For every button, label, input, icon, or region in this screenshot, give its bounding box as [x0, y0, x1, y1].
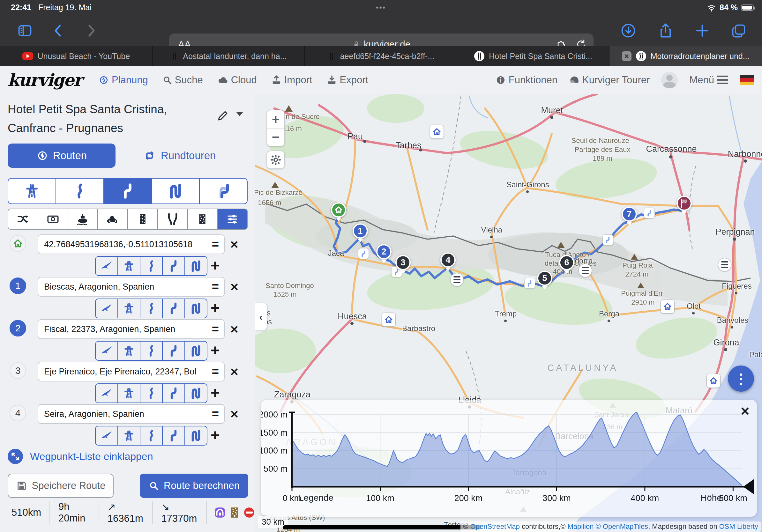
map-canvas[interactable]: Muretain de Sucre116 mPauTarbesSeuil de … — [255, 94, 762, 532]
lodging-marker[interactable] — [707, 374, 721, 388]
car-option[interactable] — [98, 209, 128, 229]
elevation-chart[interactable]: 500 m1000 m1500 m2000 m0 km100 km200 km3… — [261, 400, 757, 517]
nav-menu[interactable]: Menü — [689, 74, 728, 86]
save-route-button[interactable]: Speichere Route — [8, 474, 114, 498]
new-tab-icon[interactable] — [694, 23, 710, 38]
edit-title-icon[interactable] — [216, 109, 230, 123]
roundtrips-tab[interactable]: Rundtouren — [143, 144, 216, 168]
close-tab-icon[interactable]: ✕ — [622, 51, 632, 61]
map-settings-button[interactable] — [267, 151, 285, 169]
waypoint-map-marker-4[interactable]: 4 — [440, 252, 456, 268]
map-actions-fab[interactable]: ⋮ — [728, 366, 754, 392]
browser-tab[interactable]: Hotel Petit Spa Santa Cristi... — [457, 46, 610, 66]
motorway-mode[interactable] — [118, 299, 140, 318]
list-marker[interactable] — [450, 273, 464, 287]
curve-medium-option[interactable] — [104, 179, 152, 204]
curve-medium-mode[interactable] — [163, 427, 185, 445]
waypoint-map-marker-6[interactable]: 6 — [559, 255, 574, 270]
nav-kurviger-tourer[interactable]: Kurviger Tourer — [569, 74, 650, 86]
curve-medium-mode[interactable] — [163, 342, 185, 360]
waypoint-map-marker-7[interactable]: 7 — [622, 206, 637, 222]
curve-medium-mode[interactable] — [163, 299, 185, 318]
drag-handle-icon[interactable]: = — [212, 280, 219, 294]
downloads-icon[interactable] — [620, 22, 637, 39]
waypoint-input[interactable]: Eje Pirenaico, Eje Pirenaico, 22347, Bol… — [38, 362, 225, 381]
route-section-marker[interactable] — [524, 278, 535, 289]
kurviger-logo[interactable]: kurviger — [8, 70, 82, 90]
share-icon[interactable] — [657, 22, 674, 39]
add-waypoint-button[interactable]: + — [211, 427, 219, 444]
collapse-sidebar-handle[interactable]: ‹ — [255, 303, 267, 330]
route-section-marker[interactable] — [644, 208, 655, 219]
browser-tab[interactable]: aeefd65f-f24e-45ca-b2ff-... — [305, 46, 457, 66]
motorway-option[interactable] — [8, 179, 56, 204]
lodging-marker[interactable] — [382, 312, 396, 327]
toll-option[interactable] — [38, 209, 68, 229]
curve-strong-mode[interactable] — [185, 384, 207, 403]
drag-handle-icon[interactable]: = — [212, 365, 219, 378]
nav-suche[interactable]: Suche — [162, 74, 203, 86]
zoom-out-button[interactable]: − — [267, 129, 284, 146]
curve-strong-mode[interactable] — [185, 342, 207, 360]
delete-waypoint-icon[interactable]: ✕ — [230, 238, 239, 251]
collapse-waypoint-list-button[interactable]: Wegpunkt-Liste einklappen — [8, 449, 153, 464]
finish-marker[interactable] — [676, 195, 692, 211]
lodging-marker[interactable] — [660, 299, 675, 313]
browser-tab[interactable]: ✕Motorradroutenplaner und... — [609, 46, 762, 66]
curve-light-mode[interactable] — [140, 384, 163, 403]
forward-icon[interactable] — [84, 23, 99, 38]
add-waypoint-button[interactable]: + — [211, 342, 219, 360]
tab-overview-icon[interactable] — [731, 22, 747, 39]
unpaved-option[interactable] — [188, 209, 218, 229]
zoom-in-button[interactable]: + — [267, 110, 284, 129]
waypoint-input[interactable]: Seira, Aragonien, Spanien= — [38, 404, 225, 424]
nav-cloud[interactable]: Cloud — [217, 74, 257, 86]
nav-funktionen[interactable]: Funktionen — [495, 74, 558, 86]
bird-line-mode[interactable] — [96, 342, 118, 360]
shuffle-option[interactable] — [8, 209, 38, 229]
route-section-marker[interactable] — [602, 234, 613, 245]
curve-medium-mode[interactable] — [163, 257, 185, 275]
list-marker[interactable] — [578, 264, 592, 277]
curve-medium-mode[interactable] — [163, 384, 185, 403]
delete-waypoint-icon[interactable]: ✕ — [230, 366, 239, 378]
delete-waypoint-icon[interactable]: ✕ — [230, 323, 239, 336]
german-flag-icon[interactable] — [740, 75, 754, 85]
waypoint-input[interactable]: Fiscal, 22373, Aragonien, Spanien= — [38, 319, 225, 339]
add-waypoint-button[interactable]: + — [211, 384, 219, 402]
unpaved-warning-icon[interactable] — [228, 506, 241, 519]
curve-strong-option[interactable] — [152, 179, 200, 204]
routes-tab[interactable]: Routen — [8, 144, 115, 168]
start-marker[interactable] — [331, 202, 346, 218]
drag-handle-icon[interactable]: = — [212, 407, 219, 421]
bird-line-mode[interactable] — [96, 384, 118, 403]
add-waypoint-button[interactable]: + — [211, 299, 219, 317]
curve-strong-mode[interactable] — [185, 299, 207, 318]
delete-waypoint-icon[interactable]: ✕ — [230, 281, 239, 294]
curve-light-mode[interactable] — [140, 299, 163, 318]
list-marker[interactable] — [718, 258, 731, 271]
browser-tab[interactable]: Unusual Beach - YouTube — [0, 46, 153, 66]
road-fork-option[interactable] — [158, 209, 188, 229]
legend-toggle[interactable]: Legende — [299, 493, 334, 503]
route-section-marker[interactable] — [358, 248, 369, 259]
sidebar-toggle-icon[interactable] — [17, 22, 33, 39]
attribution-link[interactable]: Mapilion © OpenMapTiles — [568, 522, 648, 530]
bird-line-mode[interactable] — [96, 299, 118, 318]
curve-light-mode[interactable] — [140, 427, 163, 445]
avatar[interactable] — [661, 72, 678, 88]
curve-strong-mode[interactable] — [185, 427, 207, 445]
curve-extreme-option[interactable] — [200, 179, 247, 204]
curve-light-mode[interactable] — [140, 342, 163, 360]
back-icon[interactable] — [50, 23, 66, 38]
motorway-mode[interactable] — [118, 257, 140, 275]
ferry-option[interactable] — [68, 209, 98, 229]
browser-tab[interactable]: Aostatal landunter, dann ha... — [153, 46, 305, 66]
calculate-route-button[interactable]: Route berechnen — [140, 474, 248, 498]
add-waypoint-button[interactable]: + — [211, 257, 219, 275]
motorway-mode[interactable] — [118, 342, 140, 360]
delete-waypoint-icon[interactable]: ✕ — [230, 408, 239, 421]
lodging-marker[interactable] — [430, 125, 444, 139]
bird-line-mode[interactable] — [96, 257, 118, 275]
attribution-link[interactable]: OSM Liberty — [719, 522, 758, 530]
